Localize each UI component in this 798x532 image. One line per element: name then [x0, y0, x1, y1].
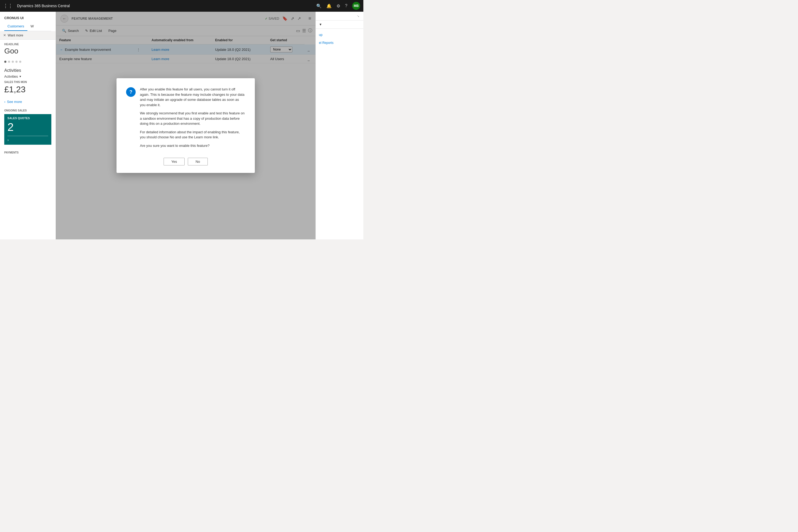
left-panel: CRONUS UI Customers W ✕ Want more HEADLI…: [0, 12, 56, 240]
want-more-bar: ✕ Want more: [0, 31, 56, 40]
left-header: CRONUS UI Customers W: [0, 12, 56, 31]
rs-item-up[interactable]: up: [316, 31, 363, 39]
headline-section: HEADLINE Goo: [0, 40, 56, 58]
user-avatar[interactable]: MB: [352, 2, 360, 10]
help-icon[interactable]: ?: [345, 3, 347, 8]
rs-item-reports[interactable]: el Reports: [316, 39, 363, 47]
sq-number: 2: [7, 121, 48, 134]
dot-1[interactable]: [4, 61, 6, 63]
dot-3[interactable]: [12, 61, 14, 63]
dialog-para-4: Are you sure you want to enable this fea…: [140, 143, 245, 148]
question-icon: ?: [130, 89, 132, 95]
activities-section: Activities Activities ▼ SALES THIS MON £…: [0, 65, 56, 98]
modal-overlay: ? After you enable this feature for all …: [56, 12, 316, 240]
rs-header: →: [316, 12, 363, 20]
rs-dropdown[interactable]: ▼: [316, 20, 363, 29]
search-icon[interactable]: 🔍: [316, 3, 322, 8]
company-name: CRONUS UI: [4, 16, 51, 20]
nav-icons: 🔍 🔔 ⚙ ? MB: [316, 2, 360, 10]
gear-icon[interactable]: ⚙: [337, 3, 340, 8]
dialog-para-1: After you enable this feature for all us…: [140, 87, 245, 108]
nav-tabs: Customers W: [4, 22, 51, 31]
right-sidebar: → ▼ up el Reports: [316, 12, 363, 240]
grid-icon[interactable]: ⋮⋮: [3, 3, 13, 9]
dialog-para-3: For detailed information about the impac…: [140, 130, 245, 140]
main-layout: CRONUS UI Customers W ✕ Want more HEADLI…: [0, 12, 363, 240]
rs-dropdown-label: ▼: [319, 23, 322, 26]
sales-quotes-card[interactable]: SALES QUOTES 2 ›: [4, 114, 51, 145]
no-button[interactable]: No: [188, 158, 208, 166]
activities-sub: Activities ▼: [4, 75, 51, 78]
see-more[interactable]: › See more: [0, 98, 56, 106]
bell-icon[interactable]: 🔔: [326, 3, 332, 8]
rs-expand-icon[interactable]: →: [355, 13, 361, 19]
confirmation-dialog: ? After you enable this feature for all …: [116, 78, 255, 173]
dialog-para-2: We strongly recommend that you first ena…: [140, 111, 245, 126]
app-title: Dynamics 365 Business Central: [17, 4, 316, 8]
sq-chevron-icon[interactable]: ›: [7, 138, 48, 142]
activities-sub-label[interactable]: Activities: [4, 75, 18, 78]
dialog-text: After you enable this feature for all us…: [140, 87, 245, 151]
tab-customers[interactable]: Customers: [4, 22, 27, 31]
sq-bar: [7, 136, 48, 136]
see-more-label: See more: [7, 100, 22, 104]
sales-label: SALES THIS MON: [4, 81, 51, 83]
rs-items: up el Reports: [316, 29, 363, 49]
sales-amount: £1,23: [4, 84, 51, 94]
top-nav: ⋮⋮ Dynamics 365 Business Central 🔍 🔔 ⚙ ?…: [0, 0, 363, 12]
sq-label: SALES QUOTES: [7, 117, 48, 120]
dialog-content: ? After you enable this feature for all …: [126, 87, 245, 151]
activities-title: Activities: [4, 68, 51, 73]
dialog-buttons: Yes No: [126, 158, 245, 166]
ongoing-label: ONGOING SALES: [4, 109, 51, 112]
dot-4[interactable]: [15, 61, 18, 63]
chevron-right-icon: ›: [4, 100, 5, 104]
headline-label: HEADLINE: [4, 43, 51, 46]
close-want-more[interactable]: ✕: [3, 33, 6, 37]
ongoing-sales: ONGOING SALES SALES QUOTES 2 ›: [0, 106, 56, 148]
yes-button[interactable]: Yes: [164, 158, 185, 166]
want-more-label: Want more: [8, 34, 23, 37]
dot-5[interactable]: [19, 61, 21, 63]
right-panel: ← FEATURE MANAGEMENT ✓ SAVED 🔖 ⇗ ↗ ≡ 🔍: [56, 12, 316, 240]
headline-text: Goo: [4, 47, 51, 55]
carousel-dots: [0, 58, 56, 65]
activities-caret-icon[interactable]: ▼: [19, 75, 22, 78]
payments-label: PAYMENTS: [0, 148, 56, 154]
tab-w[interactable]: W: [27, 22, 37, 31]
dialog-icon-wrap: ?: [126, 87, 136, 97]
dot-2[interactable]: [8, 61, 10, 63]
